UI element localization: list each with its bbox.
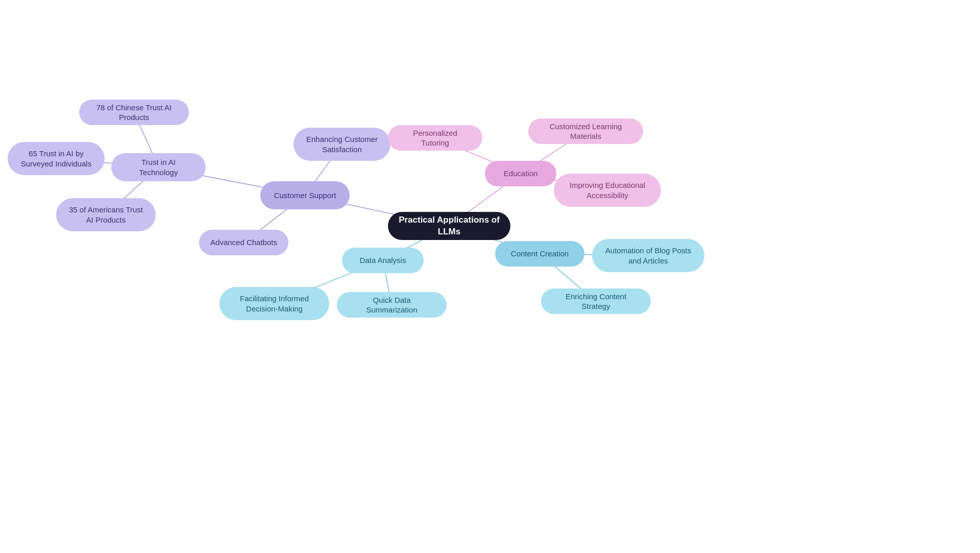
automation-blog-node: Automation of Blog Posts and Articles	[592, 239, 704, 272]
quick-data-node: Quick Data Summarization	[337, 292, 447, 318]
trust-in-ai-node: Trust in AI Technology	[111, 153, 206, 181]
enhancing-customer-node: Enhancing Customer Satisfaction	[293, 128, 390, 161]
advanced-chatbots-node: Advanced Chatbots	[199, 230, 288, 255]
personalized-tutoring-node: Personalized Tutoring	[388, 125, 482, 151]
surveyed-trust-node: 65 Trust in AI by Surveyed Individuals	[8, 142, 105, 175]
content-creation-node: Content Creation	[495, 241, 584, 267]
facilitating-informed-node: Facilitating Informed Decision-Making	[219, 287, 329, 320]
improving-educational-node: Improving Educational Accessibility	[554, 174, 661, 207]
chinese-trust-node: 78 of Chinese Trust AI Products	[79, 100, 189, 125]
enriching-content-node: Enriching Content Strategy	[541, 288, 651, 314]
customized-learning-node: Customized Learning Materials	[528, 118, 643, 144]
customer-support-node: Customer Support	[260, 181, 350, 209]
data-analysis-node: Data Analysis	[342, 248, 424, 273]
center-node: Practical Applications of LLMs	[388, 212, 510, 240]
education-node: Education	[485, 161, 556, 186]
americans-trust-node: 35 of Americans Trust AI Products	[56, 198, 156, 231]
